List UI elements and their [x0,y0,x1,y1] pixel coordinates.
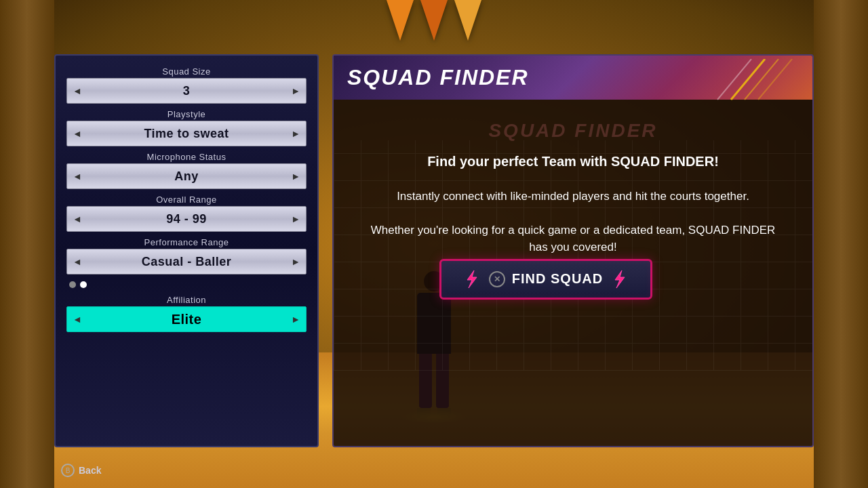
overall-range-selector: ◄ 94 - 99 ► [66,206,307,232]
find-squad-button[interactable]: ✕ Find Squad [439,259,652,300]
playstyle-group: Playstyle ◄ Time to sweat ► [66,109,307,146]
right-panel: SQUAD FINDER SQUAD FINDER Find your perf… [332,54,814,447]
svg-marker-5 [615,270,625,288]
left-panel: Squad Size ◄ 3 ► Playstyle ◄ Time to swe… [54,54,319,447]
squad-size-right-arrow[interactable]: ► [291,85,300,96]
microphone-value: Any [82,169,291,184]
affiliation-group: Affiliation ◄ Elite ► [66,295,307,332]
svg-line-2 [758,59,792,100]
pagination-dots [66,280,307,289]
overall-range-value: 94 - 99 [82,212,291,226]
performance-range-value: Casual - Baller [82,255,291,269]
overall-range-left-arrow[interactable]: ◄ [73,214,82,224]
x-button-icon: ✕ [489,271,505,287]
playstyle-selector: ◄ Time to sweat ► [66,121,307,146]
back-circle-icon: B [61,464,75,477]
affiliation-label: Affiliation [66,295,307,305]
svg-line-1 [745,59,778,100]
lightning-left-icon [462,269,482,289]
squad-size-selector: ◄ 3 ► [66,78,307,104]
right-header: SQUAD FINDER [334,56,812,100]
back-button[interactable]: B Back [61,464,101,477]
playstyle-label: Playstyle [66,109,307,119]
playstyle-value: Time to sweat [82,127,291,141]
microphone-right-arrow[interactable]: ► [291,171,300,182]
squad-size-label: Squad Size [66,66,307,77]
overall-range-label: Overall Range [66,195,307,205]
bg-pattern [334,140,812,371]
svg-marker-4 [467,270,477,288]
affiliation-left-arrow[interactable]: ◄ [73,314,82,325]
overall-range-group: Overall Range ◄ 94 - 99 ► [66,195,307,232]
microphone-left-arrow[interactable]: ◄ [73,171,82,182]
affiliation-selector: ◄ Elite ► [66,306,307,332]
pennant-3 [454,0,481,41]
performance-range-selector: ◄ Casual - Baller ► [66,249,307,274]
overall-range-right-arrow[interactable]: ► [291,214,300,224]
find-squad-label: Find Squad [512,271,603,287]
performance-range-label: Performance Range [66,237,307,247]
microphone-label: Microphone Status [66,152,307,162]
pagination-dot-2 [80,281,87,288]
affiliation-right-arrow[interactable]: ► [291,314,300,325]
pagination-dot-1 [69,281,76,288]
performance-range-left-arrow[interactable]: ◄ [73,256,82,267]
performance-range-right-arrow[interactable]: ► [291,256,300,267]
header-decoration [677,59,799,103]
lightning-right-icon [610,269,630,289]
back-label: Back [79,465,101,476]
squad-size-group: Squad Size ◄ 3 ► [66,66,307,104]
performance-range-group: Performance Range ◄ Casual - Baller ► [66,237,307,274]
arch-right [814,0,868,488]
right-panel-title: SQUAD FINDER [347,65,529,90]
pennant-1 [387,0,414,41]
arch-left [0,0,54,488]
right-content: SQUAD FINDER Find your perfect Team with… [334,100,812,371]
watermark-text: SQUAD FINDER [488,120,657,142]
svg-line-0 [731,59,765,100]
microphone-group: Microphone Status ◄ Any ► [66,152,307,189]
squad-size-value: 3 [82,84,291,98]
pennant-2 [420,0,448,41]
svg-line-3 [717,59,751,100]
microphone-selector: ◄ Any ► [66,163,307,189]
playstyle-right-arrow[interactable]: ► [291,128,300,139]
pennant-area [332,0,536,54]
squad-size-left-arrow[interactable]: ◄ [73,85,82,96]
playstyle-left-arrow[interactable]: ◄ [73,128,82,139]
affiliation-value: Elite [82,312,291,327]
